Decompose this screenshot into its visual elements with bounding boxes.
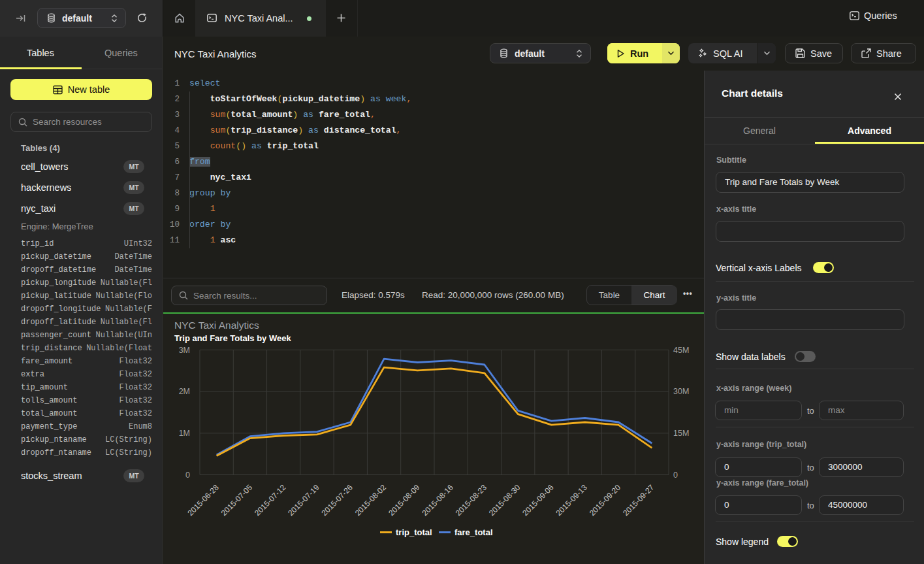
svg-text:2015-09-13: 2015-09-13 xyxy=(554,482,590,518)
svg-text:2015-07-05: 2015-07-05 xyxy=(219,482,255,518)
svg-text:2015-07-12: 2015-07-12 xyxy=(253,482,288,518)
svg-text:0: 0 xyxy=(673,471,678,480)
svg-text:1M: 1M xyxy=(179,429,190,438)
svg-text:2015-07-19: 2015-07-19 xyxy=(286,482,321,518)
svg-text:2015-09-27: 2015-09-27 xyxy=(621,482,656,518)
svg-text:trip_total: trip_total xyxy=(396,527,432,537)
svg-text:15M: 15M xyxy=(673,429,689,438)
svg-text:2015-09-20: 2015-09-20 xyxy=(588,482,623,518)
svg-text:2015-08-16: 2015-08-16 xyxy=(420,482,455,518)
svg-text:2015-07-26: 2015-07-26 xyxy=(320,482,355,518)
svg-text:2015-06-28: 2015-06-28 xyxy=(185,482,221,518)
svg-text:fare_total: fare_total xyxy=(454,527,493,537)
svg-text:2M: 2M xyxy=(179,387,190,396)
svg-text:0: 0 xyxy=(185,471,190,480)
svg-text:2015-08-23: 2015-08-23 xyxy=(454,482,489,518)
svg-text:30M: 30M xyxy=(673,387,689,396)
svg-text:45M: 45M xyxy=(673,346,689,355)
svg-text:2015-08-02: 2015-08-02 xyxy=(353,482,389,518)
svg-text:2015-08-30: 2015-08-30 xyxy=(487,482,522,518)
svg-text:2015-08-09: 2015-08-09 xyxy=(387,482,422,518)
svg-text:3M: 3M xyxy=(179,346,190,355)
svg-text:2015-09-06: 2015-09-06 xyxy=(520,482,556,518)
